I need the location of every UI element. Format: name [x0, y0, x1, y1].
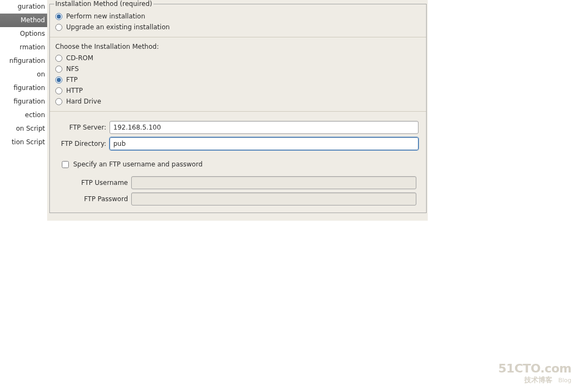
ftp-server-input[interactable]	[110, 121, 419, 134]
ftp-password-label: FTP Password	[68, 195, 131, 203]
radio-nfs[interactable]	[55, 66, 62, 73]
sidebar-item-1[interactable]: Method	[0, 14, 47, 27]
sidebar-item-5[interactable]: on	[0, 68, 47, 81]
radio-nfs-label: NFS	[66, 65, 79, 73]
watermark-blog: Blog	[558, 377, 571, 384]
sidebar-item-6[interactable]: figuration	[0, 81, 47, 95]
radio-upgrade-install-label: Upgrade an existing installation	[66, 23, 170, 31]
radio-ftp-label: FTP	[66, 76, 78, 83]
sidebar-item-0[interactable]: guration	[0, 0, 47, 14]
method-ftp[interactable]: FTP	[54, 74, 422, 85]
radio-harddrive-label: Hard Drive	[66, 98, 101, 105]
install-type-upgrade[interactable]: Upgrade an existing installation	[54, 22, 422, 33]
radio-harddrive[interactable]	[55, 98, 62, 105]
sidebar-item-8[interactable]: ection	[0, 108, 47, 122]
radio-cdrom[interactable]	[55, 55, 62, 62]
sidebar-item-10[interactable]: tion Script	[0, 136, 47, 149]
watermark: 51CTO.com 技术博客 Blog	[498, 362, 571, 384]
sidebar: guration Method Options rmation nfigurat…	[0, 0, 47, 221]
ftp-username-label: FTP Username	[68, 179, 131, 187]
main-panel: Installation Method (required) Perform n…	[47, 0, 579, 221]
choose-method-label: Choose the Installation Method:	[54, 37, 422, 53]
specify-creds-checkbox[interactable]	[62, 161, 69, 168]
sidebar-item-2[interactable]: Options	[0, 27, 47, 41]
radio-cdrom-label: CD-ROM	[66, 54, 93, 62]
radio-http-label: HTTP	[66, 87, 83, 94]
method-nfs[interactable]: NFS	[54, 63, 422, 74]
ftp-username-input[interactable]	[131, 176, 416, 189]
radio-new-install[interactable]	[55, 13, 62, 20]
install-type-new[interactable]: Perform new installation	[54, 11, 422, 22]
ftp-directory-input[interactable]	[110, 137, 419, 150]
watermark-line1: 51CTO.com	[498, 362, 571, 376]
watermark-line2: 技术博客	[524, 376, 552, 384]
sidebar-item-4[interactable]: nfiguration	[0, 54, 47, 68]
radio-ftp[interactable]	[55, 76, 62, 83]
sidebar-item-7[interactable]: figuration	[0, 95, 47, 108]
method-http[interactable]: HTTP	[54, 85, 422, 96]
fieldset-legend: Installation Method (required)	[54, 0, 153, 8]
ftp-directory-label: FTP Directory:	[57, 140, 110, 147]
sidebar-item-9[interactable]: on Script	[0, 122, 47, 136]
method-cdrom[interactable]: CD-ROM	[54, 53, 422, 63]
radio-upgrade-install[interactable]	[55, 24, 62, 31]
ftp-server-label: FTP Server:	[57, 124, 110, 131]
radio-new-install-label: Perform new installation	[66, 12, 145, 20]
specify-creds-row[interactable]: Specify an FTP username and password	[54, 153, 422, 171]
install-method-fieldset: Installation Method (required) Perform n…	[49, 0, 427, 213]
ftp-password-input[interactable]	[131, 192, 416, 205]
radio-http[interactable]	[55, 87, 62, 94]
method-harddrive[interactable]: Hard Drive	[54, 96, 422, 107]
specify-creds-label: Specify an FTP username and password	[73, 160, 203, 168]
sidebar-item-3[interactable]: rmation	[0, 41, 47, 54]
